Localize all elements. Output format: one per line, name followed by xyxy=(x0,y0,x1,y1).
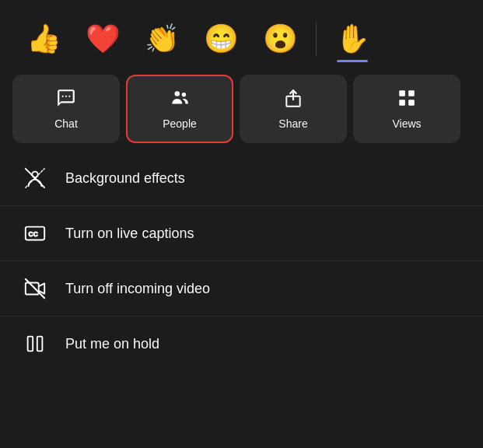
svg-rect-15 xyxy=(26,283,39,295)
incoming-video-label: Turn off incoming video xyxy=(65,281,210,297)
nav-people-label: People xyxy=(163,117,197,130)
svg-rect-6 xyxy=(399,90,405,96)
share-icon xyxy=(283,88,303,113)
svg-point-3 xyxy=(175,91,180,96)
live-captions-icon: CC xyxy=(22,220,48,247)
menu-item-live-captions[interactable]: CC Turn on live captions xyxy=(0,206,483,261)
svg-point-4 xyxy=(182,93,186,96)
nav-chat-label: Chat xyxy=(54,117,78,130)
emoji-wow[interactable]: 😮 xyxy=(252,14,308,64)
nav-item-people[interactable]: People xyxy=(126,75,233,143)
nav-item-views[interactable]: Views xyxy=(353,75,460,143)
emoji-heart[interactable]: ❤️ xyxy=(75,14,131,64)
emoji-thumbs-up[interactable]: 👍 xyxy=(16,14,72,64)
live-captions-label: Turn on live captions xyxy=(65,226,194,242)
emoji-raise-hand[interactable]: ✋ xyxy=(324,14,380,64)
menu-list: Background effects CC Turn on live capti… xyxy=(0,151,483,371)
nav-bar: Chat People Share xyxy=(0,75,483,143)
people-icon xyxy=(170,88,190,113)
nav-item-chat[interactable]: Chat xyxy=(12,75,120,143)
emoji-bar: 👍 ❤️ 👏 😁 😮 ✋ xyxy=(0,0,483,75)
nav-views-label: Views xyxy=(392,117,421,130)
put-on-hold-label: Put me on hold xyxy=(65,336,159,352)
put-on-hold-icon xyxy=(22,331,48,357)
svg-rect-2 xyxy=(68,96,70,97)
svg-rect-18 xyxy=(37,337,43,352)
svg-rect-8 xyxy=(399,100,405,106)
incoming-video-icon xyxy=(22,275,48,302)
svg-text:CC: CC xyxy=(29,230,38,238)
background-effects-label: Background effects xyxy=(65,170,185,187)
chat-icon xyxy=(56,88,76,113)
background-effects-icon xyxy=(22,165,48,191)
svg-rect-9 xyxy=(408,100,415,106)
svg-rect-0 xyxy=(62,96,64,97)
views-icon xyxy=(397,88,417,113)
emoji-divider xyxy=(316,22,317,56)
menu-item-background-effects[interactable]: Background effects xyxy=(0,151,483,206)
menu-item-put-on-hold[interactable]: Put me on hold xyxy=(0,317,483,371)
menu-item-incoming-video[interactable]: Turn off incoming video xyxy=(0,261,483,317)
svg-rect-17 xyxy=(28,337,33,352)
svg-line-16 xyxy=(26,279,44,298)
svg-rect-7 xyxy=(408,90,415,96)
nav-item-share[interactable]: Share xyxy=(240,75,347,143)
nav-share-label: Share xyxy=(278,117,307,130)
emoji-grin[interactable]: 😁 xyxy=(193,14,249,64)
svg-rect-1 xyxy=(65,96,67,97)
emoji-clap[interactable]: 👏 xyxy=(134,14,190,64)
